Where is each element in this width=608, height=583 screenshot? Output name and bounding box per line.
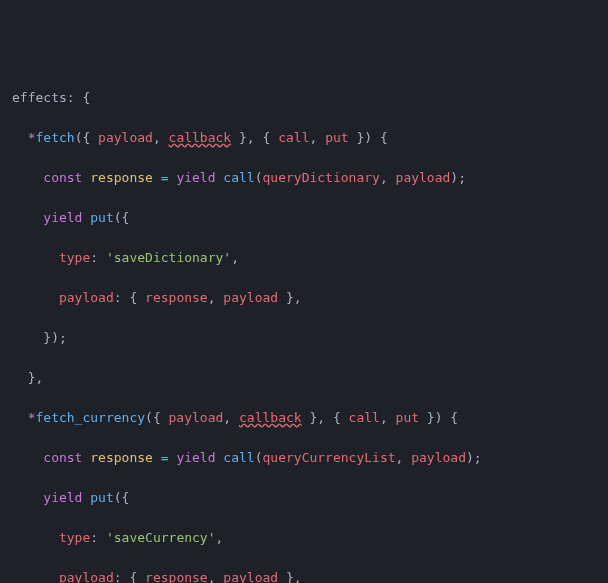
line-fetch-type: type: 'saveDictionary', [12, 248, 596, 268]
line-fetch-call: const response = yield call(queryDiction… [12, 168, 596, 188]
line-fetchcur-sig: *fetch_currency({ payload, callback }, {… [12, 408, 596, 428]
line-fetch-put: yield put({ [12, 208, 596, 228]
fetch-fn: fetch [35, 130, 74, 145]
fetch-currency-fn: fetch_currency [35, 410, 145, 425]
queryDictionary-ref: queryDictionary [263, 170, 380, 185]
line-fetch-payload: payload: { response, payload }, [12, 288, 596, 308]
effects-label: effects [12, 90, 67, 105]
callback-param: callback [169, 130, 232, 145]
queryCurrencyList-ref: queryCurrencyList [263, 450, 396, 465]
code-editor: { "code": { "effects_key": "effects", "f… [0, 0, 608, 583]
line-effects-open: effects: { [12, 88, 596, 108]
line-fetch-sig: *fetch({ payload, callback }, { call, pu… [12, 128, 596, 148]
